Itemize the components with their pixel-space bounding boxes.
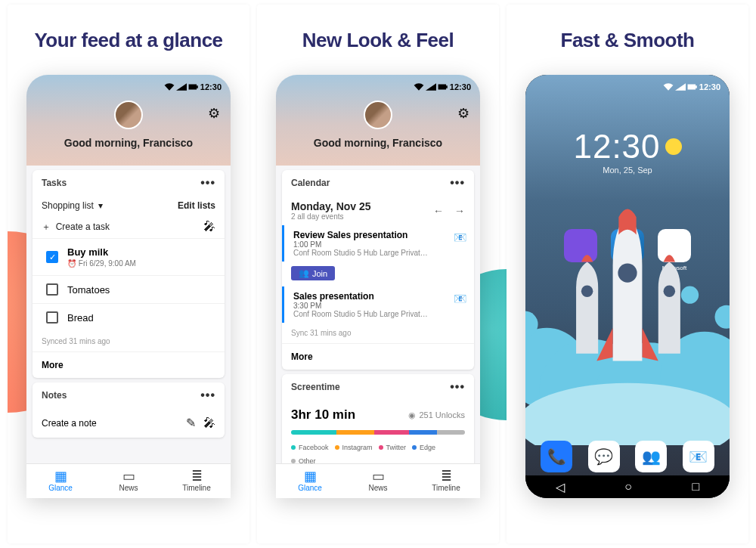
status-time: 12:30 (450, 82, 471, 91)
nav-recent-button[interactable]: □ (692, 480, 700, 494)
edit-lists-link[interactable]: Edit lists (178, 200, 215, 211)
create-note-button[interactable]: Create a note (42, 418, 97, 429)
svg-rect-0 (188, 85, 197, 90)
dock-outlook-icon[interactable]: 📧 (683, 441, 714, 472)
panel-title: Your feed at a glance (34, 29, 222, 52)
wifi-icon (414, 83, 424, 91)
event-title: Sales presentation (293, 291, 465, 302)
svg-rect-4 (687, 85, 696, 90)
tasks-list-dropdown[interactable]: Shopping list ▾ (42, 200, 103, 211)
task-label: Bread (67, 312, 94, 324)
tab-news[interactable]: ▭News (344, 464, 412, 498)
tab-news[interactable]: ▭News (94, 464, 163, 498)
unlocks-label: 251 Unlocks (419, 410, 465, 420)
mic-icon[interactable]: 🎤︎ (203, 416, 215, 429)
clock-time: 12:30 (573, 128, 660, 166)
event-time: 1:00 PM (293, 240, 465, 249)
app-label: OneDrive (611, 265, 644, 271)
tab-label: Glance (48, 484, 73, 492)
calendar-event[interactable]: Review Sales presentation 1:00 PM Conf R… (282, 225, 474, 262)
tab-timeline[interactable]: ≣Timeline (163, 464, 231, 498)
dock-messages-icon[interactable]: 💬 (588, 441, 620, 472)
event-time: 3:30 PM (293, 302, 465, 310)
create-task-button[interactable]: ＋ Create a task (42, 221, 110, 234)
bottom-tabs: ▦Glance ▭News ≣Timeline (26, 463, 231, 498)
tab-glance[interactable]: ▦Glance (276, 464, 344, 498)
tab-label: Timeline (432, 484, 460, 492)
screentime-title: Screentime (291, 382, 340, 392)
nav-back-button[interactable]: ◁ (556, 480, 565, 494)
notes-card: Notes ••• Create a note ✎ 🎤︎ (33, 382, 225, 438)
task-label: Buy milk (67, 246, 108, 258)
pencil-icon[interactable]: ✎ (186, 416, 196, 429)
outlook-icon: 📧 (454, 231, 466, 243)
next-day-button[interactable]: → (454, 205, 465, 217)
checkbox-icon[interactable]: ✓ (46, 251, 58, 263)
prev-day-button[interactable]: ← (433, 205, 444, 217)
join-label: Join (312, 269, 327, 278)
more-icon[interactable]: ••• (450, 176, 465, 190)
status-time: 12:30 (200, 82, 222, 91)
screentime-unlocks: ◉ 251 Unlocks (408, 410, 465, 420)
app-row: OneDrive Microsoft (525, 229, 730, 271)
fingerprint-icon: ◉ (408, 410, 416, 420)
android-navbar: ◁ ○ □ (525, 475, 730, 498)
clock-widget[interactable]: 12:30 (525, 128, 730, 166)
clock-date: Mon, 25, Sep (525, 166, 730, 175)
status-time: 12:30 (699, 82, 720, 91)
more-icon[interactable]: ••• (200, 389, 215, 402)
tab-label: News (368, 484, 387, 492)
statusbar: 12:30 (525, 82, 730, 91)
mic-icon[interactable]: 🎤︎ (203, 220, 215, 234)
checkbox-icon[interactable] (46, 283, 58, 296)
tasks-card: Tasks ••• Shopping list ▾ Edit lists ＋ C… (33, 170, 225, 378)
avatar[interactable] (364, 101, 392, 129)
app-shortcut[interactable] (564, 229, 597, 271)
app-shortcut[interactable]: Microsoft (658, 229, 691, 271)
calendar-card: Calendar ••• Monday, Nov 25 2 all day ev… (282, 170, 474, 370)
legend-item: Facebook (291, 444, 329, 451)
task-label: Tomatoes (67, 284, 110, 296)
wifi-icon (663, 83, 674, 91)
join-button[interactable]: 👥 Join (291, 266, 335, 280)
task-item[interactable]: ✓ Buy milk ⏰ Fri 6/29, 9:00 AM (33, 238, 225, 275)
app-shortcut[interactable]: OneDrive (611, 229, 644, 271)
phone-mock-3: 12:30 12:30 Mon, 25, Sep OneDrive Micros… (525, 75, 730, 498)
tasks-list-name: Shopping list (42, 200, 94, 211)
legend-item: Twitter (379, 444, 407, 451)
battery-icon (188, 83, 199, 91)
task-item[interactable]: Tomatoes (33, 275, 225, 303)
svg-rect-3 (446, 85, 448, 88)
tab-glance[interactable]: ▦Glance (26, 464, 94, 498)
statusbar: 12:30 (276, 82, 480, 91)
calendar-more-button[interactable]: More (282, 343, 474, 370)
svg-rect-5 (696, 85, 697, 88)
task-item[interactable]: Bread (33, 303, 225, 331)
dock-phone-icon[interactable]: 📞 (541, 441, 572, 472)
more-icon[interactable]: ••• (200, 176, 215, 190)
more-icon[interactable]: ••• (450, 380, 465, 394)
event-location: Conf Room Studio 5 Hub Large Privat… (293, 310, 465, 318)
gear-icon[interactable]: ⚙ (208, 105, 220, 122)
battery-icon (687, 83, 698, 91)
tasks-title: Tasks (42, 178, 67, 188)
task-sub: ⏰ Fri 6/29, 9:00 AM (67, 259, 136, 268)
dock-teams-icon[interactable]: 👥 (635, 441, 667, 472)
panel-title: Fast & Smooth (561, 29, 695, 52)
calendar-event[interactable]: Sales presentation 3:30 PM Conf Room Stu… (282, 286, 474, 323)
greeting-text: Good morning, Francisco (276, 137, 480, 149)
calendar-allday: 2 all day events (291, 212, 371, 221)
event-title: Review Sales presentation (293, 230, 465, 240)
gear-icon[interactable]: ⚙ (457, 105, 469, 122)
checkbox-icon[interactable] (46, 311, 58, 324)
wifi-icon (164, 83, 175, 91)
dock: 📞 💬 👥 📧 (533, 441, 722, 472)
avatar[interactable] (114, 101, 143, 129)
tab-timeline[interactable]: ≣Timeline (412, 464, 480, 498)
tasks-more-button[interactable]: More (33, 351, 225, 378)
nav-home-button[interactable]: ○ (624, 480, 632, 494)
screentime-card: Screentime ••• 3hr 10 min ◉ 251 Unlocks … (282, 374, 474, 472)
sun-icon (665, 138, 682, 155)
tab-label: Timeline (182, 484, 210, 492)
panel-feed: Your feed at a glance 12:30 ⚙ Good morni… (8, 5, 249, 543)
